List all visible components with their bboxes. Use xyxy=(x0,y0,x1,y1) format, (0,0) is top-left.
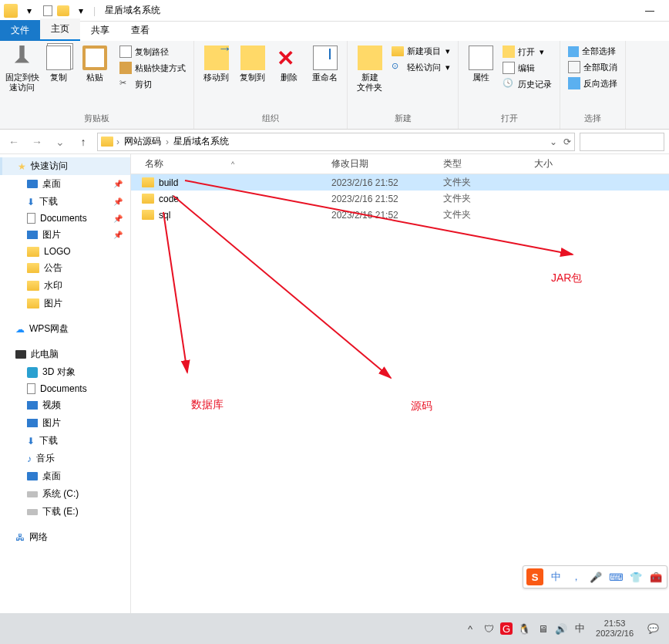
sidebar-docs2[interactable]: Documents xyxy=(0,381,130,396)
sidebar-pictures2[interactable]: 图片 xyxy=(0,295,130,312)
taskbar: ^ 🛡 G 🐧 🖥 🔊 中 21:53 2023/2/16 💬 xyxy=(0,613,669,644)
delete-button[interactable]: ✕删除 xyxy=(271,44,306,84)
up-button[interactable]: ↑ xyxy=(74,133,92,151)
recent-button[interactable]: ⌄ xyxy=(51,133,69,151)
pin-to-quick-access-button[interactable]: 固定到快 速访问 xyxy=(5,44,39,94)
file-type: 文件夹 xyxy=(443,208,534,221)
notification-icon[interactable]: 💬 xyxy=(643,619,663,639)
paste-shortcut-button[interactable]: 粘贴快捷方式 xyxy=(116,60,189,76)
col-size[interactable]: 大小 xyxy=(534,157,596,170)
refresh-button[interactable]: ⟳ xyxy=(563,137,571,147)
new-folder-button[interactable]: 新建 文件夹 xyxy=(352,44,387,94)
tray-up-icon[interactable]: ^ xyxy=(463,622,477,636)
ime-toolbox-icon[interactable]: 🧰 xyxy=(648,569,664,585)
pic-icon xyxy=(27,231,38,239)
ime-toolbar[interactable]: S 中 ， 🎤 ⌨ 👕 🧰 xyxy=(523,565,667,588)
col-date[interactable]: 修改日期 xyxy=(331,157,443,170)
tab-share[interactable]: 共享 xyxy=(80,20,120,41)
folder-icon xyxy=(27,247,39,257)
tray-defender-icon[interactable]: 🛡 xyxy=(482,622,496,636)
sidebar-3d[interactable]: 3D 对象 xyxy=(0,363,130,381)
easy-access-button[interactable]: ⊙轻松访问▾ xyxy=(388,59,453,75)
search-input[interactable] xyxy=(580,133,664,151)
sidebar-network[interactable]: 🖧网络 xyxy=(0,528,130,546)
copy-path-button[interactable]: 复制路径 xyxy=(116,44,189,59)
move-icon xyxy=(204,46,229,70)
back-button[interactable]: ← xyxy=(5,133,23,151)
invert-selection-button[interactable]: 反向选择 xyxy=(565,76,620,91)
col-name[interactable]: 名称^ xyxy=(131,157,331,170)
tray-ime-icon[interactable]: 中 xyxy=(573,622,587,636)
sidebar-this-pc[interactable]: 此电脑 xyxy=(0,346,130,363)
ime-zhong-button[interactable]: 中 xyxy=(548,569,563,585)
music-icon: ♪ xyxy=(27,453,32,464)
sidebar-pictures[interactable]: 图片📌 xyxy=(0,226,130,244)
sidebar-wps[interactable]: ☁WPS网盘 xyxy=(0,320,130,338)
taskbar-clock[interactable]: 21:53 2023/2/16 xyxy=(591,619,638,639)
cut-button[interactable]: ✂剪切 xyxy=(116,76,189,92)
address-field[interactable]: › 网站源码 › 星盾域名系统 ⌄ ⟳ xyxy=(97,133,575,151)
open-button[interactable]: 打开▾ xyxy=(499,44,555,59)
sidebar-music[interactable]: ♪音乐 xyxy=(0,450,130,467)
tray-network-icon[interactable]: 🖥 xyxy=(536,622,550,636)
ime-skin-icon[interactable]: 👕 xyxy=(628,569,644,585)
col-type[interactable]: 类型 xyxy=(443,157,534,170)
crumb-a[interactable]: 网站源码 xyxy=(123,135,163,148)
sidebar-documents[interactable]: Documents📌 xyxy=(0,211,130,226)
paste-button[interactable]: 粘贴 xyxy=(77,44,112,84)
rename-button[interactable]: 重命名 xyxy=(308,44,342,84)
tray-volume-icon[interactable]: 🔊 xyxy=(554,622,568,636)
ime-logo-icon[interactable]: S xyxy=(526,568,543,585)
copy-button[interactable]: 复制 xyxy=(41,44,76,84)
sidebar-notice[interactable]: 公告 xyxy=(0,259,130,277)
sidebar-desktop2[interactable]: 桌面 xyxy=(0,467,130,485)
file-row[interactable]: build2023/2/16 21:52文件夹 xyxy=(131,174,669,191)
sidebar-sysdrive[interactable]: 系统 (C:) xyxy=(0,485,130,503)
file-row[interactable]: sql2023/2/16 21:52文件夹 xyxy=(131,207,669,223)
file-row[interactable]: code2023/2/16 21:52文件夹 xyxy=(131,191,669,207)
qat-props-icon[interactable] xyxy=(39,2,56,19)
download-icon: ⬇ xyxy=(27,197,35,207)
minimize-button[interactable]: — xyxy=(634,0,665,22)
crumb-b[interactable]: 星盾域名系统 xyxy=(172,135,230,148)
ime-mic-icon[interactable]: 🎤 xyxy=(588,569,603,585)
copy-to-button[interactable]: 复制到 xyxy=(235,44,270,84)
ime-keyboard-icon[interactable]: ⌨ xyxy=(608,569,624,585)
sidebar-dldrive[interactable]: 下载 (E:) xyxy=(0,503,130,521)
edit-button[interactable]: 编辑 xyxy=(499,60,555,76)
sidebar-quick-access[interactable]: ★快速访问 xyxy=(0,157,130,175)
pin-icon xyxy=(10,46,35,70)
address-drop-icon[interactable]: ⌄ xyxy=(550,137,557,147)
sidebar-downloads[interactable]: ⬇下载📌 xyxy=(0,193,130,211)
tab-file[interactable]: 文件 xyxy=(0,20,40,41)
drive-icon xyxy=(27,509,38,515)
qat-drop-icon[interactable]: ▾ xyxy=(21,2,38,19)
tray-app-icon[interactable]: G xyxy=(500,622,513,635)
invert-icon xyxy=(568,77,580,89)
new-item-button[interactable]: 新建项目▾ xyxy=(388,44,453,59)
sidebar-desktop[interactable]: 桌面📌 xyxy=(0,175,130,193)
paste-shortcut-icon xyxy=(119,62,132,74)
monitor-icon xyxy=(27,180,38,188)
window-folder-icon xyxy=(4,4,18,18)
qat-drop2-icon[interactable]: ▾ xyxy=(72,2,89,19)
sidebar-pics3[interactable]: 图片 xyxy=(0,414,130,432)
sidebar-logo[interactable]: LOGO xyxy=(0,244,130,259)
doc-icon xyxy=(27,213,35,224)
tray-qq-icon[interactable]: 🐧 xyxy=(517,622,531,636)
ime-punct-icon[interactable]: ， xyxy=(568,569,583,585)
copy-path-icon xyxy=(119,46,132,58)
qat-folder-icon[interactable] xyxy=(57,5,69,16)
new-item-icon xyxy=(392,46,404,56)
sidebar-video[interactable]: 视频 xyxy=(0,396,130,414)
tab-view[interactable]: 查看 xyxy=(120,20,160,41)
sidebar-watermark[interactable]: 水印 xyxy=(0,277,130,295)
properties-button[interactable]: 属性 xyxy=(463,44,498,84)
select-all-button[interactable]: 全部选择 xyxy=(565,44,620,59)
tab-home[interactable]: 主页 xyxy=(40,19,80,41)
move-to-button[interactable]: 移动到 xyxy=(199,44,234,84)
sidebar-dl2[interactable]: ⬇下载 xyxy=(0,432,130,450)
history-button[interactable]: 🕓历史记录 xyxy=(499,76,555,92)
forward-button[interactable]: → xyxy=(28,133,46,151)
select-none-button[interactable]: 全部取消 xyxy=(565,59,620,75)
